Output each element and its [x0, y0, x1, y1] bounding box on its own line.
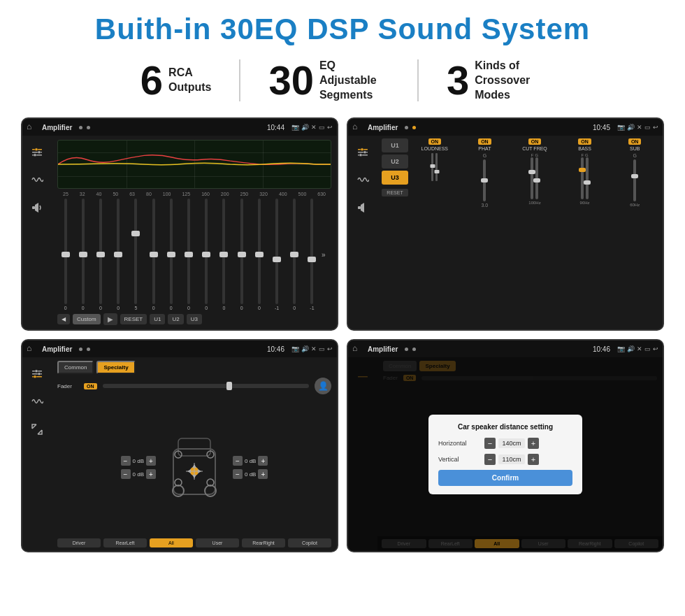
eq-status-bar: ⌂ Amplifier 10:44 📷 🔊 ✕ ▭ ↩ [22, 119, 337, 136]
eq-screen-content: 25 32 40 50 63 80 100 125 160 200 250 32… [22, 136, 337, 329]
eq-slider-2[interactable]: 0 [92, 199, 108, 310]
fader-driver-btn[interactable]: Driver [57, 538, 101, 547]
crossover-wave-icon[interactable] [352, 169, 373, 190]
crossover-u3-btn[interactable]: U3 [382, 171, 408, 185]
crossover-speaker-icon[interactable] [352, 197, 373, 218]
dialog-vertical-stepper: − 110cm + [484, 454, 539, 465]
fader-dot1 [79, 348, 82, 351]
eq-u1-btn[interactable]: U1 [150, 314, 165, 324]
db-plus-br[interactable]: + [258, 469, 268, 479]
eq-slider-11[interactable]: 0 [251, 199, 267, 310]
fader-expand-icon[interactable] [27, 419, 48, 440]
crossover-status-bar: ⌂ Amplifier 10:45 📷 🔊 ✕ ▭ ↩ [348, 119, 663, 136]
eq-preset-btn[interactable]: Custom [73, 314, 101, 324]
dialog-status-bar: ⌂ Amplifier 10:46 📷 🔊 ✕ ▭ ↩ [348, 341, 663, 357]
fader-on-badge[interactable]: ON [84, 383, 97, 389]
crossover-back-icon[interactable]: ↩ [653, 124, 658, 131]
eq-speaker-icon[interactable] [27, 197, 48, 218]
eq-slider-10[interactable]: 0 [233, 199, 250, 310]
eq-slider-4[interactable]: 5 [128, 199, 144, 310]
screens-grid: ⌂ Amplifier 10:44 📷 🔊 ✕ ▭ ↩ [21, 117, 664, 552]
eq-more-arrow[interactable]: » [322, 251, 331, 259]
eq-main-area: 25 32 40 50 63 80 100 125 160 200 250 32… [52, 136, 337, 329]
eq-slider-14[interactable]: -1 [304, 199, 320, 310]
eq-slider-6[interactable]: 0 [163, 199, 179, 310]
crossover-side-icons [348, 136, 377, 329]
db-minus-tr[interactable]: − [233, 456, 243, 466]
eq-status-icons: 📷 🔊 ✕ ▭ ↩ [291, 124, 333, 131]
ch-phat-on[interactable]: ON [478, 138, 491, 145]
freq-63: 63 [129, 192, 135, 196]
crossover-status-icons: 📷 🔊 ✕ ▭ ↩ [617, 124, 658, 131]
eq-slider-7[interactable]: 0 [180, 199, 196, 310]
eq-u3-btn[interactable]: U3 [187, 314, 202, 324]
dialog-horizontal-row: Horizontal − 140cm + [438, 438, 572, 449]
db-plus-bl[interactable]: + [146, 469, 156, 479]
ch-cutfreq-on[interactable]: ON [528, 138, 542, 145]
db-minus-br[interactable]: − [233, 469, 243, 479]
eq-wave-icon[interactable] [27, 169, 48, 190]
dialog-title: Car speaker distance setting [438, 423, 572, 431]
eq-slider-0[interactable]: 0 [57, 199, 73, 310]
fader-back-icon[interactable]: ↩ [327, 345, 333, 352]
crossover-tune-icon[interactable] [352, 141, 373, 162]
crossover-home-icon[interactable]: ⌂ [352, 122, 363, 133]
ch-sub-on[interactable]: ON [628, 138, 642, 145]
dialog-horizontal-minus[interactable]: − [484, 438, 496, 449]
dialog-home-icon[interactable]: ⌂ [352, 343, 363, 354]
eq-u2-btn[interactable]: U2 [168, 314, 183, 324]
eq-slider-3[interactable]: 0 [110, 199, 127, 310]
eq-slider-1[interactable]: 0 [75, 199, 91, 310]
fader-all-btn[interactable]: All [150, 538, 193, 547]
eq-time: 10:44 [267, 124, 284, 131]
fader-copilot-btn[interactable]: Copilot [288, 538, 331, 547]
db-control-tl: − 0 dB + [121, 456, 156, 466]
eq-prev-btn[interactable]: ◀ [57, 314, 70, 324]
eq-slider-12[interactable]: -1 [268, 199, 284, 310]
crossover-u1-btn[interactable]: U1 [382, 138, 408, 152]
eq-slider-9[interactable]: 0 [216, 199, 232, 310]
freq-125: 125 [182, 192, 190, 196]
fader-wave-icon[interactable] [27, 391, 48, 412]
eq-play-btn[interactable]: ▶ [103, 313, 117, 325]
eq-reset-btn[interactable]: RESET [120, 314, 147, 324]
fader-user-btn[interactable]: User [196, 538, 239, 547]
crossover-u2-btn[interactable]: U2 [382, 155, 408, 169]
dialog-vertical-minus[interactable]: − [484, 454, 496, 465]
fader-thumb[interactable] [226, 382, 232, 390]
dialog-dot1 [405, 348, 408, 351]
fader-home-icon[interactable]: ⌂ [27, 343, 38, 354]
eq-slider-5[interactable]: 0 [145, 199, 161, 310]
ch-loudness-on[interactable]: ON [428, 138, 442, 145]
eq-slider-13[interactable]: 0 [287, 199, 303, 310]
fader-track[interactable] [103, 384, 310, 388]
fader-common-tab[interactable]: Common [57, 361, 94, 374]
db-minus-tl[interactable]: − [121, 456, 131, 466]
home-icon[interactable]: ⌂ [27, 122, 38, 133]
dialog-vertical-plus[interactable]: + [528, 454, 539, 465]
db-minus-bl[interactable]: − [121, 469, 131, 479]
crossover-reset-btn[interactable]: RESET [382, 189, 408, 196]
ch-sub-label: SUB [630, 146, 640, 151]
fader-rearleft-btn[interactable]: RearLeft [103, 538, 147, 547]
ch-bass-on[interactable]: ON [578, 138, 591, 145]
crossover-channels: ON LOUDNESS [411, 138, 658, 327]
fader-right-controls: − 0 dB + − 0 dB + [233, 456, 268, 479]
eq-dot [79, 126, 82, 129]
fader-tune-icon[interactable] [27, 363, 48, 384]
db-plus-tl[interactable]: + [146, 456, 156, 466]
ch-phat-label: PHAT [478, 146, 491, 151]
fader-rearright-btn[interactable]: RearRight [242, 538, 285, 547]
eq-tune-icon[interactable] [27, 141, 48, 162]
freq-80: 80 [146, 192, 152, 196]
dialog-horizontal-plus[interactable]: + [528, 438, 539, 449]
dialog-confirm-button[interactable]: Confirm [438, 470, 572, 486]
db-plus-tr[interactable]: + [258, 456, 268, 466]
fader-camera-icon: 📷 [291, 345, 299, 352]
fader-specialty-tab[interactable]: Specialty [96, 361, 135, 374]
back-icon[interactable]: ↩ [327, 124, 333, 131]
fader-app-title: Amplifier [42, 345, 72, 353]
eq-slider-8[interactable]: 0 [199, 199, 215, 310]
dialog-back-icon[interactable]: ↩ [653, 345, 658, 352]
fader-time: 10:46 [267, 345, 284, 353]
